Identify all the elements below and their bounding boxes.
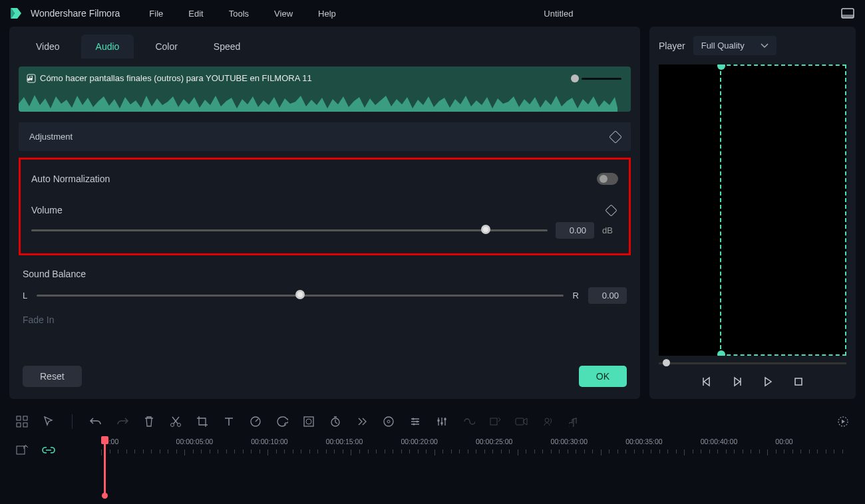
chevron-down-icon (761, 43, 769, 49)
highlight-box: Auto Normalization Volume 0.00 dB (19, 158, 631, 255)
svg-rect-23 (516, 418, 524, 425)
svg-point-17 (417, 421, 419, 423)
balance-left-label: L (23, 291, 27, 301)
ok-button[interactable]: OK (579, 366, 627, 387)
timeline: 00:0000:00:05:0000:00:10:0000:00:15:0000… (0, 438, 865, 497)
svg-point-15 (387, 420, 390, 423)
clip-title: Cómo hacer pantallas finales (outros) pa… (40, 73, 312, 83)
motion-tracking-icon[interactable] (381, 414, 396, 429)
audio-stretch-icon[interactable] (461, 414, 476, 429)
quality-value: Full Quality (701, 41, 745, 51)
reset-button[interactable]: Reset (23, 366, 82, 387)
delete-icon[interactable] (142, 414, 156, 429)
svg-point-9 (178, 424, 181, 427)
redo-icon[interactable] (115, 414, 130, 429)
audio-mixer-icon[interactable] (434, 414, 449, 429)
auto-normalization-toggle[interactable] (597, 173, 618, 185)
svg-point-24 (545, 418, 549, 422)
svg-rect-6 (17, 423, 21, 427)
link-icon[interactable] (41, 443, 56, 457)
tab-video[interactable]: Video (21, 35, 75, 59)
balance-right-label: R (573, 291, 579, 301)
svg-rect-22 (490, 418, 497, 425)
sound-balance-label: Sound Balance (23, 269, 86, 279)
svg-rect-1 (842, 15, 854, 18)
svg-rect-11 (304, 417, 313, 426)
waveform (19, 92, 617, 112)
timeline-toolbar (0, 406, 865, 438)
mute-icon[interactable] (568, 414, 582, 429)
next-frame-button[interactable] (731, 375, 744, 388)
stop-button[interactable] (792, 375, 805, 388)
adjustment-label: Adjustment (29, 132, 73, 142)
mask-icon[interactable] (301, 414, 316, 429)
voiceover-icon[interactable] (541, 414, 556, 429)
svg-rect-20 (441, 422, 443, 424)
prev-frame-button[interactable] (700, 375, 713, 388)
svg-point-14 (384, 417, 393, 426)
svg-point-18 (413, 424, 415, 426)
tab-speed[interactable]: Speed (199, 35, 255, 59)
balance-value[interactable]: 0.00 (588, 287, 627, 304)
split-icon[interactable] (168, 414, 183, 429)
volume-keyframe-icon[interactable] (605, 204, 617, 216)
adjust-icon[interactable] (408, 414, 423, 429)
adjustment-header[interactable]: Adjustment (19, 122, 631, 151)
tab-color[interactable]: Color (140, 35, 192, 59)
menu-edit[interactable]: Edit (179, 5, 212, 23)
tab-row: Video Audio Color Speed (9, 27, 640, 59)
crop-handle-bl[interactable] (717, 350, 725, 356)
music-icon (27, 74, 36, 83)
menubar: Wondershare Filmora File Edit Tools View… (0, 0, 865, 27)
record-icon[interactable] (514, 414, 529, 429)
render-icon[interactable] (836, 414, 850, 429)
sound-balance-slider[interactable] (37, 295, 563, 297)
auto-normalization-label: Auto Normalization (31, 174, 110, 184)
audio-clip[interactable]: Cómo hacer pantallas finales (outros) pa… (19, 66, 631, 112)
svg-rect-21 (444, 418, 446, 420)
cursor-icon[interactable] (41, 414, 56, 429)
play-button[interactable] (761, 375, 775, 388)
app-name: Wondershare Filmora (31, 8, 120, 19)
grid-icon[interactable] (15, 414, 29, 429)
svg-rect-3 (795, 378, 802, 385)
timer-icon[interactable] (328, 414, 343, 429)
add-track-icon[interactable] (15, 443, 29, 457)
crop-handle-tl[interactable] (717, 64, 725, 70)
crop-icon[interactable] (195, 414, 210, 429)
text-icon[interactable] (222, 414, 236, 429)
preview-area[interactable] (659, 64, 846, 356)
volume-value[interactable]: 0.00 (556, 222, 594, 239)
fade-in-label: Fade In (19, 305, 631, 334)
keyframe-icon[interactable] (355, 414, 369, 429)
volume-label: Volume (31, 205, 63, 215)
preview-scrubber[interactable] (659, 362, 846, 364)
audio-beat-icon[interactable] (488, 414, 502, 429)
app-logo (8, 5, 24, 21)
color-icon[interactable] (275, 414, 289, 429)
quality-dropdown[interactable]: Full Quality (693, 36, 777, 55)
menu-tools[interactable]: Tools (220, 5, 258, 23)
player-panel: Player Full Quality (649, 27, 856, 399)
svg-rect-7 (23, 423, 27, 427)
undo-icon[interactable] (88, 414, 103, 429)
layout-icon[interactable] (838, 5, 857, 21)
svg-rect-5 (23, 416, 27, 420)
svg-point-8 (171, 424, 174, 427)
volume-slider[interactable] (31, 229, 548, 231)
crop-rect[interactable] (720, 64, 846, 356)
svg-rect-19 (438, 420, 440, 422)
tab-audio[interactable]: Audio (81, 35, 134, 59)
properties-panel: Video Audio Color Speed Cómo hacer panta… (9, 27, 640, 399)
playhead[interactable] (104, 438, 106, 497)
svg-point-12 (306, 419, 311, 424)
menu-file[interactable]: File (140, 5, 172, 23)
timeline-ruler[interactable]: 00:0000:00:05:0000:00:10:0000:00:15:0000… (101, 438, 850, 497)
svg-rect-4 (17, 416, 21, 420)
svg-rect-26 (17, 446, 25, 454)
clip-gain-knob[interactable] (571, 74, 621, 82)
player-label: Player (659, 41, 685, 51)
keyframe-diamond-icon[interactable] (609, 130, 622, 144)
speed-icon[interactable] (248, 414, 263, 429)
project-title: Untitled (285, 9, 832, 19)
